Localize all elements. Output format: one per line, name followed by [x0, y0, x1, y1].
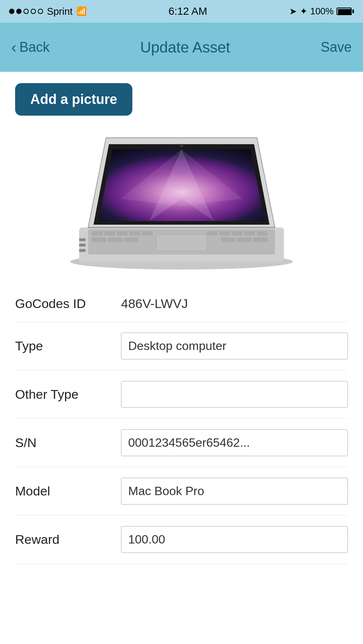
page-title: Update Asset — [140, 39, 230, 56]
nav-bar: ‹ Back Update Asset Save — [0, 23, 363, 72]
reward-row: Reward — [15, 516, 348, 564]
reward-label: Reward — [15, 532, 121, 547]
type-row: Type — [15, 322, 348, 370]
save-button[interactable]: Save — [321, 39, 352, 55]
wifi-icon: 📶 — [76, 6, 87, 16]
svg-rect-16 — [124, 238, 138, 242]
status-left: Sprint 📶 — [9, 6, 87, 17]
carrier-label: Sprint — [47, 6, 73, 17]
sn-row: S/N — [15, 419, 348, 467]
content-area: Add a picture — [0, 72, 363, 575]
svg-rect-12 — [244, 231, 255, 235]
battery-icon — [337, 8, 354, 15]
model-label: Model — [15, 484, 121, 498]
svg-rect-5 — [104, 231, 115, 235]
svg-rect-6 — [117, 231, 128, 235]
svg-rect-11 — [232, 231, 243, 235]
svg-rect-10 — [219, 231, 230, 235]
gocodes-id-row: GoCodes ID 486V-LWVJ — [15, 286, 348, 322]
back-label[interactable]: Back — [19, 39, 50, 55]
svg-rect-7 — [129, 231, 140, 235]
svg-rect-15 — [108, 238, 122, 242]
other-type-row: Other Type — [15, 370, 348, 419]
form-section: GoCodes ID 486V-LWVJ Type Other Type S/N… — [15, 286, 348, 564]
location-icon: ➤ — [289, 6, 297, 17]
laptop-image — [53, 127, 310, 271]
svg-rect-9 — [207, 231, 218, 235]
signal-dot-5 — [38, 9, 43, 14]
signal-dot-1 — [9, 9, 14, 14]
status-right: ➤ ✦ 100% — [289, 6, 354, 17]
gocodes-id-value: 486V-LWVJ — [121, 296, 188, 311]
battery-percent: 100% — [310, 6, 334, 17]
signal-dot-2 — [16, 9, 22, 14]
svg-rect-4 — [92, 231, 103, 235]
svg-rect-18 — [237, 238, 251, 242]
laptop-image-container — [15, 127, 348, 271]
back-button[interactable]: ‹ Back — [11, 39, 50, 55]
add-picture-button[interactable]: Add a picture — [15, 83, 132, 116]
status-bar: Sprint 📶 6:12 AM ➤ ✦ 100% — [0, 0, 363, 23]
svg-rect-8 — [142, 231, 153, 235]
signal-dots — [9, 9, 43, 14]
model-row: Model — [15, 467, 348, 516]
type-label: Type — [15, 339, 121, 353]
bluetooth-icon: ✦ — [300, 6, 307, 17]
chevron-left-icon: ‹ — [11, 40, 16, 55]
svg-point-30 — [180, 144, 183, 148]
svg-rect-14 — [92, 238, 106, 242]
svg-rect-17 — [221, 238, 236, 242]
other-type-label: Other Type — [15, 387, 121, 402]
svg-rect-3 — [157, 235, 207, 251]
signal-dot-3 — [23, 9, 29, 14]
svg-rect-29 — [79, 249, 85, 252]
signal-dot-4 — [31, 9, 36, 14]
svg-rect-19 — [253, 238, 268, 242]
sn-input[interactable] — [121, 429, 348, 456]
svg-rect-28 — [79, 244, 85, 247]
status-time: 6:12 AM — [168, 5, 207, 17]
svg-rect-27 — [79, 238, 85, 242]
sn-label: S/N — [15, 435, 121, 450]
gocodes-id-label: GoCodes ID — [15, 296, 121, 311]
svg-rect-13 — [257, 231, 268, 235]
model-input[interactable] — [121, 478, 348, 505]
other-type-input[interactable] — [121, 381, 348, 408]
type-input[interactable] — [121, 333, 348, 359]
reward-input[interactable] — [121, 526, 348, 553]
